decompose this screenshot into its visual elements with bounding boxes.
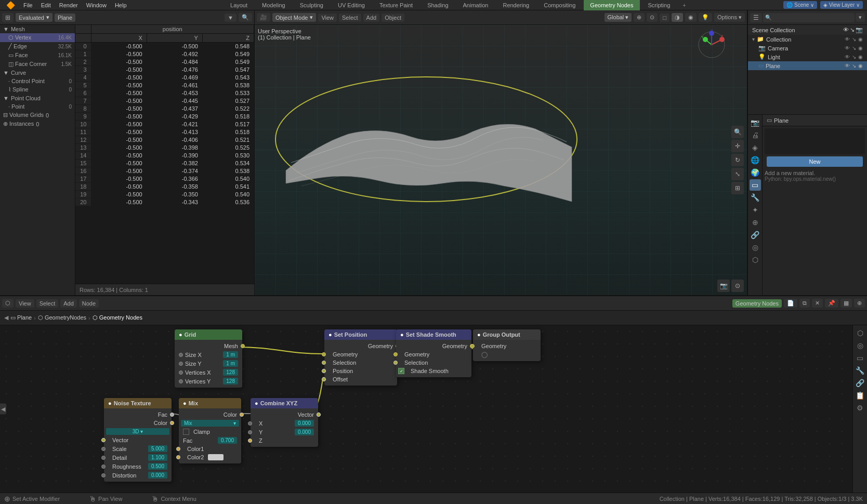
vp-view-menu[interactable]: View [318,14,337,22]
node-props-icon4[interactable]: 🔧 [855,365,866,376]
category-instances[interactable]: ⊕ Instances 0 [0,120,75,128]
breadcrumb-plane[interactable]: ▭ Plane [10,314,32,321]
move-tool[interactable]: ✛ [731,140,744,152]
object-props-icon[interactable]: ▭ [750,179,761,191]
node-grid-verty[interactable]: Vertices Y 128 [175,377,242,386]
world-props-icon[interactable]: 🌍 [750,167,761,178]
outliner-search[interactable]: 🔍 [765,15,771,20]
col-vis-icon[interactable]: 👁 [845,36,850,42]
shading-mode-global[interactable]: Global ▾ [605,13,632,22]
tab-layout[interactable]: Layout [224,0,254,11]
node-grid-vertx[interactable]: Vertices X 128 [175,368,242,377]
rotate-tool[interactable]: ↻ [731,154,744,166]
material-preview[interactable]: ◉ [685,13,697,22]
category-face[interactable]: ▭ Face 16.1K [0,51,75,60]
new-material-button[interactable]: New [767,156,863,167]
viewport-icon[interactable]: 🎥 [257,13,270,22]
view-layer-props-icon[interactable]: ◈ [750,142,761,153]
category-point[interactable]: · Point 0 [0,102,75,111]
tab-modeling[interactable]: Modeling [256,0,292,11]
camera-view-icon[interactable]: 📷 [717,280,730,292]
light-render[interactable]: ◉ [858,54,863,60]
node-mix-clamp[interactable]: Clamp [179,428,241,436]
node-noise-distortion[interactable]: Distortion 0.000 [104,471,172,480]
node-props-icon7[interactable]: ⚙ [855,402,866,414]
blender-icon[interactable]: 🔶 [2,0,19,10]
category-face-corner[interactable]: ◫ Face Corner 1.5K [0,60,75,69]
data-props-icon[interactable]: ◎ [750,242,761,253]
particles-props-icon[interactable]: ✦ [750,204,761,216]
category-vertex[interactable]: ⬡ Vertex 16.4K [0,33,75,42]
menu-edit[interactable]: Edit [37,0,55,10]
menu-render[interactable]: Render [55,0,82,10]
color2-swatch[interactable] [208,454,224,460]
plane-item[interactable]: ▭ Plane 👁 ↘ ◉ [748,61,867,70]
render-props-icon[interactable]: 📷 [750,117,761,128]
outliner-icon[interactable]: ☰ [750,13,762,22]
tab-compositing[interactable]: Compositing [537,0,582,11]
wireframe-shading[interactable]: □ [660,14,669,22]
menu-help[interactable]: Help [111,0,131,10]
add-workspace-button[interactable]: + [678,0,690,11]
node-select-menu[interactable]: Select [36,299,59,308]
outliner-filter[interactable]: ▾ [856,13,865,22]
category-spline[interactable]: ⌇ Spline 0 [0,85,75,94]
node-props-icon2[interactable]: ◎ [855,340,866,351]
light-sel[interactable]: ↘ [852,54,856,60]
overlay-toggle[interactable]: Options ▾ [714,13,745,22]
transform-tool[interactable]: ⊞ [731,182,744,194]
plane-render[interactable]: ◉ [858,63,863,69]
view-layer-selector[interactable]: ◈ View Layer ∨ [820,1,863,9]
scene-selector[interactable]: 🌐 Scene ∨ [783,1,817,9]
output-props-icon[interactable]: 🖨 [750,129,761,141]
plane-sel[interactable]: ↘ [852,63,856,69]
node-props-icon3[interactable]: ▭ [855,352,866,364]
vp-add-menu[interactable]: Add [363,14,380,22]
tab-geometry-nodes[interactable]: Geometry Nodes [584,0,639,11]
noise-mode-select[interactable]: 3D ▾ [106,428,169,435]
search-spreadsheet[interactable]: 🔍 [239,13,252,22]
node-file-icon[interactable]: 📄 [784,299,797,308]
plane-vis[interactable]: 👁 [845,63,850,69]
tab-animation[interactable]: Animation [457,0,495,11]
node-noise-detail[interactable]: Detail 1.100 [104,453,172,462]
proportional-edit[interactable]: ⊙ [647,13,658,22]
node-add-menu[interactable]: Add [60,299,77,308]
collection-eye-icon[interactable]: 👁 [843,26,849,33]
node-view-menu[interactable]: View [16,299,34,308]
node-combine-y[interactable]: Y 0.000 [251,428,318,436]
menu-window[interactable]: Window [82,0,111,10]
material-props-icon[interactable]: ⬡ [750,254,761,266]
light-item[interactable]: 💡 Light 👁 ↘ ◉ [748,52,867,61]
cam-render[interactable]: ◉ [858,45,863,51]
tab-rendering[interactable]: Rendering [496,0,535,11]
physics-props-icon[interactable]: ⊕ [750,217,761,228]
collection-item[interactable]: ▾ 📁 Collection 👁 ↘ ◉ [748,35,867,44]
shade-smooth-checkbox[interactable]: ✓ [398,368,404,374]
constraints-props-icon[interactable]: 🔗 [750,229,761,241]
node-pin-icon[interactable]: 📌 [825,299,838,308]
tab-uv-editing[interactable]: UV Editing [332,0,371,11]
node-canvas-collapse[interactable]: ◀ [0,404,6,415]
tab-shading[interactable]: Shading [421,0,454,11]
category-curve[interactable]: ▼ Curve [0,69,75,77]
navigation-gizmo[interactable]: X Y Z [696,29,727,60]
node-noise-scale[interactable]: Scale 5.000 [104,444,172,453]
scene-collection-header[interactable]: Scene Collection 👁 ↘ 📷 [748,25,867,35]
node-node-menu[interactable]: Node [79,299,99,308]
category-point-cloud[interactable]: ▼ Point Cloud [0,94,75,102]
node-setpos-header[interactable]: ● Set Position [324,329,397,340]
evaluation-mode-select[interactable]: Evaluated ▾ [16,13,52,22]
node-grid-header[interactable]: ● Grid [175,329,242,340]
node-close-icon[interactable]: ✕ [812,299,823,308]
menu-file[interactable]: File [19,0,37,10]
node-grid-sizex[interactable]: Size X 1 m [175,350,242,359]
cam-vis[interactable]: 👁 [845,45,850,51]
col-sel-icon[interactable]: ↘ [852,36,856,42]
vp-select-menu[interactable]: Select [339,14,361,22]
zoom-tool[interactable]: 🔍 [731,126,744,138]
node-shade-header[interactable]: ● Set Shade Smooth [396,329,471,340]
plane-select[interactable]: Plane [55,14,75,22]
node-mix-header[interactable]: ● Mix [179,398,241,408]
node-props-icon1[interactable]: ⬡ [855,327,866,339]
